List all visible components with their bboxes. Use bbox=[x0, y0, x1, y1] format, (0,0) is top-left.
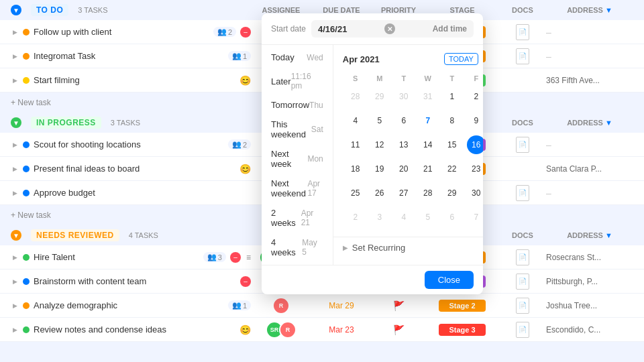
calendar-day[interactable]: 6 bbox=[392, 109, 415, 132]
avatar: R bbox=[279, 321, 297, 339]
address-cell: – bbox=[546, 27, 633, 38]
new-task-btn[interactable]: + New task bbox=[11, 98, 51, 107]
calendar-day[interactable]: 18 bbox=[344, 158, 367, 180]
subtask-count[interactable]: 👥 2 bbox=[213, 27, 236, 37]
dp-add-time[interactable]: Add time bbox=[433, 24, 467, 34]
dp-set-recurring[interactable]: ▶ Set Recurring bbox=[333, 237, 483, 258]
dp-clear-btn[interactable]: ✕ bbox=[384, 23, 395, 34]
dp-shortcut-2weeks[interactable]: 2 weeks Apr 21 bbox=[262, 203, 333, 233]
calendar-day[interactable]: 29 bbox=[368, 85, 391, 108]
doc-icon[interactable]: 📄 bbox=[516, 48, 529, 64]
dp-shortcut-4weeks[interactable]: 4 weeks May 5 bbox=[262, 233, 333, 262]
remove-btn[interactable]: – bbox=[230, 252, 241, 263]
calendar-day[interactable]: 28 bbox=[417, 182, 439, 204]
expand-btn[interactable]: ▶ bbox=[11, 141, 19, 149]
expand-btn[interactable]: ▶ bbox=[11, 278, 19, 286]
calendar-day[interactable]: 29 bbox=[441, 182, 464, 204]
calendar-day[interactable]: 11 bbox=[344, 133, 367, 156]
calendar-day[interactable]: 19 bbox=[368, 158, 391, 180]
calendar-day[interactable]: 8 bbox=[441, 109, 464, 132]
calendar-day[interactable]: 4 bbox=[344, 109, 367, 132]
calendar-day[interactable]: 2 bbox=[465, 85, 483, 108]
calendar-day[interactable]: 7 bbox=[417, 109, 439, 132]
task-row[interactable]: ▶ Review notes and condense ideas 😊 SR R… bbox=[0, 318, 644, 342]
calendar-day[interactable]: 9 bbox=[465, 109, 483, 132]
subtask-count[interactable]: 👥 1 bbox=[228, 300, 251, 310]
calendar-day[interactable]: 26 bbox=[368, 182, 391, 204]
calendar-day[interactable]: 31 bbox=[417, 85, 439, 108]
dp-prev-btn[interactable]: ▲ bbox=[481, 52, 483, 66]
docs-cell: 📄 bbox=[499, 274, 546, 290]
doc-icon[interactable]: 📄 bbox=[516, 185, 529, 201]
calendar-day[interactable]: 16 bbox=[465, 133, 483, 156]
subtask-count[interactable]: 👥 1 bbox=[228, 51, 251, 61]
stage-badge: Stage 3 bbox=[439, 324, 486, 336]
calendar-day[interactable]: 27 bbox=[392, 182, 415, 204]
calendar-day[interactable]: 1 bbox=[441, 85, 464, 108]
task-name: Present final ideas to board bbox=[34, 164, 235, 174]
expand-btn[interactable]: ▶ bbox=[11, 302, 19, 310]
doc-icon[interactable]: 📄 bbox=[516, 249, 529, 265]
calendar-day[interactable]: 12 bbox=[368, 133, 391, 156]
calendar-day[interactable]: 25 bbox=[344, 182, 367, 204]
dp-date-input[interactable]: 4/16/21 ✕ Add time bbox=[311, 20, 474, 38]
calendar-day[interactable]: 4 bbox=[392, 206, 415, 229]
dp-shortcut-name: 2 weeks bbox=[271, 208, 301, 228]
expand-btn[interactable]: ▶ bbox=[11, 165, 19, 173]
duedate-cell: Mar 23 bbox=[311, 325, 372, 335]
dp-shortcut-nextweek[interactable]: Next week Mon bbox=[262, 144, 333, 174]
doc-icon[interactable]: 📄 bbox=[516, 322, 529, 338]
calendar-day[interactable]: 15 bbox=[441, 133, 464, 156]
subtask-icon: 👥 bbox=[232, 140, 241, 149]
calendar-day[interactable]: 6 bbox=[441, 206, 464, 229]
inprogress-title: IN PROGRESS bbox=[31, 117, 101, 129]
docs-cell: 📄 bbox=[499, 137, 546, 153]
expand-btn[interactable]: ▶ bbox=[11, 326, 19, 334]
calendar-day[interactable]: 14 bbox=[417, 133, 439, 156]
dp-shortcut-today[interactable]: Today Wed bbox=[262, 48, 333, 67]
todo-title: TO DO bbox=[31, 4, 68, 16]
dp-shortcut-thisweekend[interactable]: This weekend Sat bbox=[262, 115, 333, 144]
expand-btn[interactable]: ▶ bbox=[11, 189, 19, 197]
remove-btn[interactable]: – bbox=[240, 27, 251, 38]
inprogress-toggle[interactable]: ▼ bbox=[11, 117, 21, 128]
calendar-day[interactable]: 28 bbox=[344, 85, 367, 108]
expand-btn[interactable]: ▶ bbox=[11, 52, 19, 60]
calendar-day[interactable]: 5 bbox=[417, 206, 439, 229]
docs-cell: 📄 bbox=[499, 48, 546, 64]
doc-icon[interactable]: 📄 bbox=[516, 298, 529, 314]
todo-toggle[interactable]: ▼ bbox=[11, 5, 21, 15]
main-container: ▼ TO DO 3 TASKS ASSIGNEE DUE DATE PRIORI… bbox=[0, 0, 644, 362]
subtask-count[interactable]: 👥 2 bbox=[228, 139, 251, 149]
remove-btn[interactable]: – bbox=[240, 276, 251, 287]
calendar-day[interactable]: 20 bbox=[392, 158, 415, 180]
datepicker-popup[interactable]: Start date 4/16/21 ✕ Add time Today Wed … bbox=[262, 13, 483, 294]
calendar-day[interactable]: 21 bbox=[417, 158, 439, 180]
doc-icon[interactable]: 📄 bbox=[516, 274, 529, 290]
calendar-day[interactable]: 2 bbox=[344, 206, 367, 229]
subtask-count[interactable]: 👥 3 bbox=[203, 252, 226, 262]
calendar-day[interactable]: 23 bbox=[465, 158, 483, 180]
calendar-day[interactable]: 3 bbox=[368, 206, 391, 229]
calendar-day[interactable]: 30 bbox=[392, 85, 415, 108]
calendar-day[interactable]: 30 bbox=[465, 182, 483, 204]
calendar-day[interactable]: 22 bbox=[441, 158, 464, 180]
new-task-btn[interactable]: + New task bbox=[11, 210, 51, 220]
dp-shortcut-later[interactable]: Later 11:16 pm bbox=[262, 67, 333, 95]
priority-cell: 🚩 bbox=[372, 300, 425, 311]
expand-btn[interactable]: ▶ bbox=[11, 28, 19, 36]
dp-shortcut-nextweekend[interactable]: Next weekend Apr 17 bbox=[262, 174, 333, 203]
doc-icon[interactable]: 📄 bbox=[516, 137, 529, 153]
calendar-day[interactable]: 7 bbox=[465, 206, 483, 229]
calendar-day[interactable]: 13 bbox=[392, 133, 415, 156]
doc-icon[interactable]: 📄 bbox=[516, 24, 529, 40]
needsreview-toggle[interactable]: ▼ bbox=[11, 230, 21, 241]
task-row[interactable]: ▶ Analyze demographic 👥 1 R Mar 29 🚩 bbox=[0, 294, 644, 318]
calendar-day[interactable]: 5 bbox=[368, 109, 391, 132]
dp-shortcut-tomorrow[interactable]: Tomorrow Thu bbox=[262, 95, 333, 115]
dp-close-btn[interactable]: Close bbox=[425, 271, 474, 289]
expand-btn[interactable]: ▶ bbox=[11, 253, 19, 261]
dp-today-btn[interactable]: TODAY bbox=[444, 53, 478, 65]
expand-btn[interactable]: ▶ bbox=[11, 76, 19, 84]
dp-shortcut-name: Later bbox=[271, 76, 291, 86]
